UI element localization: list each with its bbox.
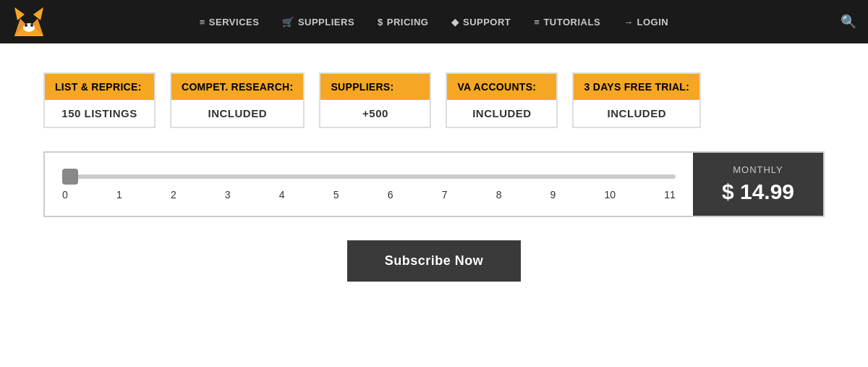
card-free-trial: 3 DAYS FREE TRIAL: INCLUDED — [572, 72, 701, 128]
card-va-accounts-body: INCLUDED — [447, 100, 556, 127]
slider-label-9: 9 — [550, 189, 556, 201]
search-icon[interactable]: 🔍 — [841, 14, 856, 30]
subscribe-container: Subscribe Now — [43, 240, 825, 282]
cart-icon: 🛒 — [282, 17, 294, 28]
card-compet-research: COMPET. RESEARCH: INCLUDED — [170, 72, 305, 128]
card-free-trial-body: INCLUDED — [574, 100, 699, 127]
nav-suppliers[interactable]: 🛒 SUPPLIERS — [282, 17, 354, 28]
slider-label-7: 7 — [442, 189, 448, 201]
card-free-trial-header: 3 DAYS FREE TRIAL: — [574, 74, 699, 100]
slider-label-5: 5 — [333, 189, 339, 201]
slider-area: 0 1 2 3 4 5 6 7 8 9 10 11 — [45, 153, 693, 216]
card-suppliers: SUPPLIERS: +500 — [319, 72, 431, 128]
card-list-reprice-header: LIST & REPRICE: — [45, 74, 154, 100]
subscribe-button[interactable]: Subscribe Now — [347, 240, 522, 282]
main-content: LIST & REPRICE: 150 LISTINGS COMPET. RES… — [0, 43, 868, 311]
slider-label-6: 6 — [388, 189, 393, 201]
card-va-accounts: VA ACCOUNTS: INCLUDED — [446, 72, 558, 128]
tutorials-icon: ≡ — [534, 17, 540, 28]
slider-label-2: 2 — [171, 189, 176, 201]
svg-marker-4 — [33, 7, 43, 20]
feature-cards: LIST & REPRICE: 150 LISTINGS COMPET. RES… — [43, 72, 825, 128]
slider-label-4: 4 — [279, 189, 285, 201]
slider-section: 0 1 2 3 4 5 6 7 8 9 10 11 MONTHLY $ 14.9… — [43, 151, 825, 217]
logo[interactable] — [12, 4, 46, 39]
nav-support[interactable]: ◆ SUPPORT — [451, 17, 511, 28]
card-va-accounts-header: VA ACCOUNTS: — [447, 74, 556, 100]
card-suppliers-body: +500 — [320, 100, 430, 127]
slider-label-1: 1 — [116, 189, 122, 201]
svg-marker-3 — [14, 7, 25, 20]
list-icon: ≡ — [200, 17, 205, 28]
svg-point-7 — [30, 24, 33, 27]
slider-labels: 0 1 2 3 4 5 6 7 8 9 10 11 — [62, 189, 676, 201]
price-panel: MONTHLY $ 14.99 — [693, 153, 823, 216]
slider-track-container — [62, 169, 676, 182]
slider-label-11: 11 — [664, 189, 676, 201]
card-compet-research-body: INCLUDED — [171, 100, 303, 127]
price-label: MONTHLY — [733, 164, 783, 175]
nav-services[interactable]: ≡ SERVICES — [200, 17, 260, 28]
slider-label-10: 10 — [605, 189, 616, 201]
nav-pricing[interactable]: $ PRICING — [378, 17, 428, 28]
login-icon: → — [624, 17, 634, 28]
card-suppliers-header: SUPPLIERS: — [320, 74, 430, 100]
card-list-reprice: LIST & REPRICE: 150 LISTINGS — [43, 72, 156, 128]
svg-point-6 — [25, 24, 27, 27]
card-list-reprice-body: 150 LISTINGS — [45, 100, 154, 127]
dollar-icon: $ — [378, 17, 383, 28]
slider-label-3: 3 — [225, 189, 231, 201]
card-compet-research-header: COMPET. RESEARCH: — [171, 74, 303, 100]
navigation: ≡ SERVICES 🛒 SUPPLIERS $ PRICING ◆ SUPPO… — [0, 0, 868, 43]
price-value: $ 14.99 — [722, 180, 794, 204]
slider-label-8: 8 — [496, 189, 502, 201]
nav-links: ≡ SERVICES 🛒 SUPPLIERS $ PRICING ◆ SUPPO… — [200, 17, 668, 28]
price-slider[interactable] — [62, 174, 676, 179]
slider-label-0: 0 — [62, 189, 68, 201]
nav-tutorials[interactable]: ≡ TUTORIALS — [534, 17, 600, 28]
diamond-icon: ◆ — [451, 17, 459, 28]
nav-login[interactable]: → LOGIN — [624, 17, 668, 28]
